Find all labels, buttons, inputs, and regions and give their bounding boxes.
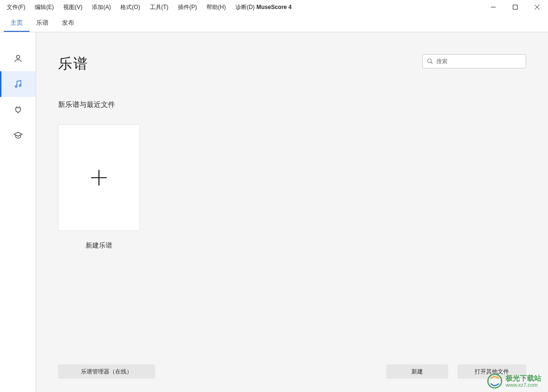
maximize-icon	[513, 5, 518, 10]
svg-point-6	[19, 85, 21, 87]
sidebar-item-scores[interactable]	[0, 71, 36, 97]
menu-view[interactable]: 视图(V)	[59, 0, 87, 14]
content: 乐谱 新乐谱与最近文件 新建乐谱 乐谱管理器（在线）	[36, 32, 548, 392]
minimize-button[interactable]	[482, 0, 504, 14]
svg-rect-1	[513, 5, 518, 10]
new-button[interactable]: 新建	[386, 364, 448, 379]
window-controls	[482, 0, 548, 14]
menu-file[interactable]: 文件(F)	[2, 0, 30, 14]
menu-add[interactable]: 添加(A)	[87, 0, 116, 14]
new-score-thumb	[58, 124, 140, 231]
app-title: MuseScore 4	[256, 4, 292, 10]
section-subtitle: 新乐谱与最近文件	[58, 100, 526, 109]
new-score-label: 新建乐谱	[86, 241, 112, 250]
menu-help[interactable]: 帮助(H)	[202, 0, 231, 14]
new-score-card[interactable]: 新建乐谱	[58, 124, 140, 250]
open-other-button[interactable]: 打开其他文件	[458, 364, 526, 379]
svg-line-8	[431, 62, 433, 64]
music-note-icon	[13, 79, 23, 89]
learn-icon	[13, 131, 23, 140]
tab-publish[interactable]: 发布	[55, 14, 81, 32]
svg-point-7	[428, 59, 431, 63]
plugin-icon	[13, 105, 23, 115]
menu-items: 文件(F) 编辑(E) 视图(V) 添加(A) 格式(O) 工具(T) 插件(P…	[2, 0, 259, 14]
plus-icon	[88, 167, 109, 188]
menu-edit[interactable]: 编辑(E)	[30, 0, 59, 14]
search-box[interactable]	[422, 54, 526, 68]
search-input[interactable]	[436, 58, 522, 65]
sidebar-item-account[interactable]	[0, 46, 36, 71]
user-icon	[13, 54, 23, 63]
tabsbar: 主页 乐谱 发布	[0, 14, 548, 32]
svg-point-4	[16, 55, 20, 58]
search-icon	[427, 58, 433, 65]
sidebar-item-learn[interactable]	[0, 123, 36, 148]
minimize-icon	[491, 5, 496, 10]
svg-point-5	[15, 86, 17, 87]
close-button[interactable]	[526, 0, 548, 14]
sidebar	[0, 32, 36, 392]
cards: 新建乐谱	[58, 124, 526, 250]
tab-score[interactable]: 乐谱	[29, 14, 55, 32]
menu-format[interactable]: 格式(O)	[116, 0, 145, 14]
page-title: 乐谱	[58, 54, 88, 74]
close-icon	[535, 5, 539, 10]
sidebar-item-plugins[interactable]	[0, 97, 36, 123]
maximize-button[interactable]	[504, 0, 526, 14]
menu-tools[interactable]: 工具(T)	[145, 0, 173, 14]
watermark-text-en: www.xz7.com	[506, 382, 541, 388]
content-header: 乐谱	[58, 54, 526, 74]
content-footer: 乐谱管理器（在线） 新建 打开其他文件	[58, 364, 526, 379]
score-manager-button[interactable]: 乐谱管理器（在线）	[58, 364, 155, 379]
tab-home[interactable]: 主页	[4, 14, 29, 32]
menu-diag[interactable]: 诊断(D)	[231, 0, 260, 14]
menu-plugins[interactable]: 插件(P)	[173, 0, 202, 14]
menubar: 文件(F) 编辑(E) 视图(V) 添加(A) 格式(O) 工具(T) 插件(P…	[0, 0, 548, 14]
